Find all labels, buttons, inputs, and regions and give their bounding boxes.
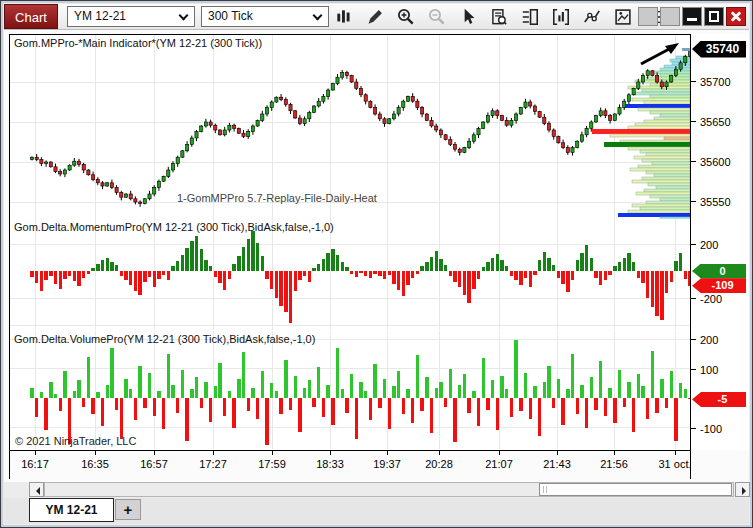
close-button[interactable]	[726, 7, 746, 26]
data-box-icon[interactable]	[489, 7, 509, 27]
volume-profile-row	[638, 108, 690, 111]
volume-profile-row	[648, 183, 690, 186]
interval-select[interactable]: 300 Tick	[201, 6, 329, 27]
y-axis-tick: 100	[691, 363, 718, 375]
volume-profile-row	[636, 192, 690, 195]
time-tick	[330, 450, 331, 455]
zoom-out-icon	[427, 7, 447, 27]
time-tick	[35, 450, 36, 455]
panel2-indicator-label: Gom.Delta.MomentumPro(YM 12-21 (300 Tick…	[14, 221, 334, 233]
time-axis[interactable]: 16:1716:3516:5717:2717:5918:3319:3720:28…	[9, 450, 691, 479]
volume-histogram	[10, 331, 690, 449]
volume-profile-row	[628, 126, 690, 129]
chart-trader-icon[interactable]	[520, 7, 540, 27]
panel3-indicator-label: Gom.Delta.VolumePro(YM 12-21 (300 Tick),…	[14, 333, 315, 345]
volume-profile-row	[646, 171, 690, 174]
time-label: 21:43	[543, 458, 571, 470]
y-axis-tick: 35700	[691, 75, 731, 87]
cursor-icon[interactable]	[458, 7, 478, 27]
time-tick	[387, 450, 388, 455]
chart-style-icon[interactable]	[334, 7, 354, 27]
time-tick	[614, 450, 615, 455]
scrollbar-track[interactable]	[44, 482, 734, 497]
y-axis-tick: 35600	[691, 155, 731, 167]
indicator-value-tag: 0	[692, 264, 746, 279]
tab-ym-12-21[interactable]: YM 12-21	[29, 498, 114, 522]
last-price-marker	[682, 48, 690, 51]
tab-strip: YM 12-21 +	[4, 498, 749, 524]
volume-profile-row	[604, 142, 690, 147]
indicators-icon[interactable]	[551, 7, 571, 27]
window-menu-button[interactable]	[638, 7, 658, 26]
time-label: 16:35	[81, 458, 109, 470]
volume-profile-row	[650, 83, 690, 86]
add-tab-button[interactable]: +	[115, 499, 141, 520]
volume-profile-row	[624, 104, 690, 108]
y-axis-tick: 35550	[691, 195, 731, 207]
snapshot-icon[interactable]	[613, 7, 633, 27]
indicator-watermark: 1-GomMPPro 5.7-Replay-File-Daily-Heat	[177, 192, 377, 204]
arrow-annotation	[641, 48, 671, 64]
volume-profile-row	[642, 177, 690, 180]
volume-profile-row	[620, 140, 690, 142]
time-tick	[95, 450, 96, 455]
time-tick	[675, 450, 676, 455]
volume-panel[interactable]: Gom.Delta.VolumePro(YM 12-21 (300 Tick),…	[9, 331, 691, 451]
chevron-down-icon	[179, 11, 189, 21]
volume-profile-row	[646, 201, 690, 204]
time-tick	[154, 450, 155, 455]
volume-profile-row	[654, 174, 690, 177]
y-axis-tick: 35650	[691, 115, 731, 127]
right-arrow-icon	[742, 487, 750, 495]
indicator-value-tag: -5	[692, 392, 746, 407]
horizontal-scrollbar[interactable]	[29, 482, 750, 497]
maximize-button[interactable]	[704, 7, 724, 26]
scroll-right-button[interactable]	[735, 482, 750, 497]
volume-profile-row	[650, 195, 690, 198]
momentum-panel[interactable]: Gom.Delta.MomentumPro(YM 12-21 (300 Tick…	[9, 219, 691, 332]
volume-profile-row	[618, 213, 690, 217]
volume-profile-row	[664, 65, 690, 68]
minimize-button[interactable]	[682, 7, 702, 26]
time-label: 17:59	[258, 458, 286, 470]
y-axis-tick: -200	[691, 292, 722, 304]
volume-profile-row	[634, 156, 690, 159]
volume-profile-row	[642, 159, 690, 162]
window-menu-chart[interactable]: Chart	[4, 4, 58, 29]
time-label: 21:07	[485, 458, 513, 470]
panel1-indicator-label: Gom.MPPro-*Main Indicator*(YM 12-21 (300…	[14, 37, 262, 49]
volume-profile-row	[650, 95, 690, 98]
scrollbar-thumb[interactable]	[539, 483, 732, 496]
time-label: 20:28	[425, 458, 453, 470]
volume-profile-row	[592, 129, 690, 134]
volume-profile-row	[660, 114, 690, 117]
zoom-in-icon[interactable]	[396, 7, 416, 27]
time-tick	[213, 450, 214, 455]
volume-profile-row	[632, 204, 690, 207]
chevron-down-icon	[313, 11, 323, 21]
volume-profile-row	[656, 186, 690, 189]
time-tick	[557, 450, 558, 455]
arrow-annotation-head	[665, 43, 679, 54]
toolbar	[334, 7, 664, 27]
main-price-panel[interactable]: Gom.MPPro-*Main Indicator*(YM 12-21 (300…	[9, 34, 691, 220]
last-price-tag: 35740	[692, 41, 746, 58]
title-bar: Chart YM 12-21 300 Tick	[4, 4, 749, 30]
volume-profile-row	[652, 162, 690, 165]
instrument-select[interactable]: YM 12-21	[67, 6, 195, 27]
volume-profile-row	[610, 134, 690, 137]
window-menu-button[interactable]	[660, 7, 680, 26]
time-label: 17:27	[199, 458, 227, 470]
left-arrow-icon	[32, 487, 40, 495]
volume-profile-row	[644, 120, 690, 123]
y-axis-tick: 200	[691, 333, 718, 345]
scroll-left-button[interactable]	[29, 482, 44, 497]
drawing-tools-icon[interactable]	[365, 7, 385, 27]
price-axis[interactable]: 3570035650356003555035740200-2000-109200…	[691, 34, 749, 450]
volume-profile-row	[654, 117, 690, 120]
time-label: 18:33	[316, 458, 344, 470]
volume-profile-row	[635, 123, 690, 126]
drawing-objects-icon[interactable]	[582, 7, 602, 27]
volume-profile-row	[644, 101, 690, 104]
volume-profile-row	[635, 92, 690, 95]
